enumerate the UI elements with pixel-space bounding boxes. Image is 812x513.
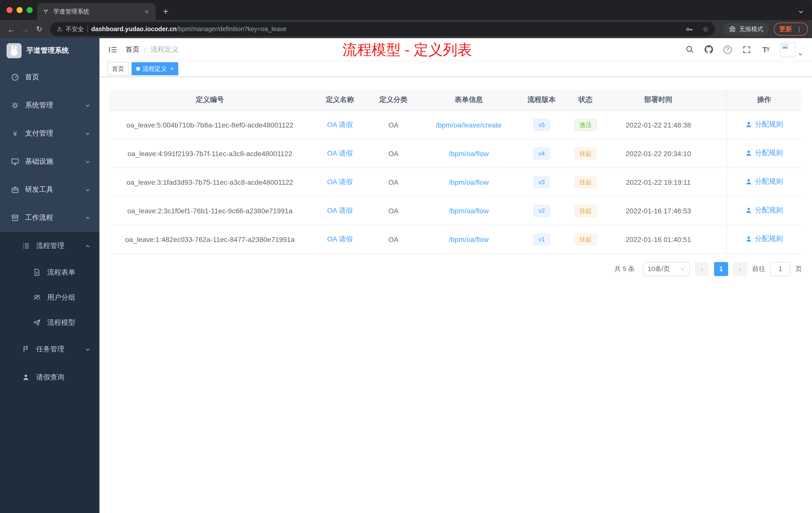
page-annotation-title: 流程模型 - 定义列表 xyxy=(343,41,472,59)
sidebar-item-workflow[interactable]: 工作流程 xyxy=(0,204,99,232)
document-icon xyxy=(33,269,41,277)
not-secure-warning-icon: ⚠ xyxy=(57,26,62,33)
search-icon[interactable] xyxy=(685,45,694,54)
sidebar-item-label: 任务管理 xyxy=(36,345,64,354)
tag-close-icon[interactable]: × xyxy=(170,65,174,72)
pagination-total: 共 5 条 xyxy=(614,264,635,273)
zoom-window-button[interactable] xyxy=(27,7,33,13)
bookmark-star-icon[interactable]: ☆ xyxy=(699,23,712,35)
breadcrumb-separator: / xyxy=(144,46,146,54)
person-icon xyxy=(746,150,753,157)
address-bar[interactable]: ⚠ 不安全 dashboard.yudao.iocoder.cn/bpm/man… xyxy=(50,22,715,36)
sidebar-item-label: 用户分组 xyxy=(47,293,75,302)
version-badge: v5 xyxy=(533,119,550,131)
assign-rule-link[interactable]: 分配规则 xyxy=(746,206,783,215)
minimize-window-button[interactable] xyxy=(17,7,23,13)
column-deploy-time: 部署时间 xyxy=(608,90,708,111)
close-window-button[interactable] xyxy=(6,7,12,13)
sidebar-item-label: 基础设施 xyxy=(25,157,53,166)
form-info-link[interactable]: /bpm/oa/flow xyxy=(449,178,489,186)
form-info-link[interactable]: /bpm/oa/flow xyxy=(449,149,489,157)
tab-search-chevron-icon[interactable] xyxy=(798,9,804,15)
page-content: 定义编号 定义名称 定义分类 表单信息 流程版本 状态 部署时间 操作 xyxy=(99,77,812,276)
column-definition-name: 定义名称 xyxy=(310,90,370,111)
person-icon xyxy=(746,235,753,242)
column-spacer xyxy=(708,90,726,111)
sidebar-item-process-form[interactable]: 流程表单 xyxy=(0,260,99,285)
assign-rule-link[interactable]: 分配规则 xyxy=(746,149,783,158)
header-actions: ? TT xyxy=(685,42,803,57)
sidebar-item-system[interactable]: 系统管理 xyxy=(0,91,99,119)
table-row: oa_leave:5:004b710b-7b8a-11ec-8ef0-acde4… xyxy=(110,111,802,139)
sidebar-item-dev-tools[interactable]: 研发工具 xyxy=(0,176,99,204)
definition-category: OA xyxy=(370,111,417,139)
toolbox-icon xyxy=(11,186,19,194)
assign-rule-link[interactable]: 分配规则 xyxy=(746,120,783,129)
goto-page-input[interactable] xyxy=(770,262,790,276)
chevron-down-icon xyxy=(85,346,90,352)
sidebar-item-label: 请假查询 xyxy=(36,373,64,382)
prev-page-button[interactable]: ‹ xyxy=(695,262,709,276)
definition-name-link[interactable]: OA 请假 xyxy=(327,177,353,185)
definition-name-link[interactable]: OA 请假 xyxy=(327,149,353,157)
definition-id: oa_leave:5:004b710b-7b8a-11ec-8ef0-acde4… xyxy=(110,111,310,139)
sidebar-collapse-icon[interactable] xyxy=(106,42,120,57)
tag-process-definition[interactable]: 流程定义 × xyxy=(132,62,178,75)
sidebar-item-infrastructure[interactable]: 基础设施 xyxy=(0,148,99,176)
definition-name-link[interactable]: OA 请假 xyxy=(327,206,353,214)
sidebar-item-payment[interactable]: ¥ 支付管理 xyxy=(0,119,99,148)
app-logo: 芋道管理系统 xyxy=(0,38,99,63)
sidebar-item-home[interactable]: 首页 xyxy=(0,63,99,91)
column-definition-category: 定义分类 xyxy=(370,90,417,111)
browser-update-button[interactable]: 更新 ⋮ xyxy=(774,23,808,36)
form-info-link[interactable]: /bpm/oa/leave/create xyxy=(436,121,502,129)
status-badge: 挂起 xyxy=(575,233,597,245)
form-info-link[interactable]: /bpm/oa/flow xyxy=(449,235,489,243)
breadcrumb-current: 流程定义 xyxy=(151,45,179,54)
sidebar-item-leave-query[interactable]: 请假查询 xyxy=(0,363,99,392)
breadcrumb-home[interactable]: 首页 xyxy=(125,45,140,54)
table-row: oa_leave:2:3c1f0ef1-76b1-11ec-9c66-a2380… xyxy=(110,196,802,225)
password-key-icon[interactable] xyxy=(683,23,696,35)
user-menu[interactable] xyxy=(780,42,803,57)
tab-close-icon[interactable]: × xyxy=(143,7,151,16)
fullscreen-icon[interactable] xyxy=(742,45,751,54)
reload-button[interactable]: ↻ xyxy=(32,22,46,36)
font-size-icon[interactable]: TT xyxy=(761,45,770,54)
tag-label: 首页 xyxy=(112,64,124,73)
back-button[interactable]: ← xyxy=(4,22,18,36)
browser-menu-icon[interactable]: ⋮ xyxy=(796,25,803,33)
sidebar-item-process-model[interactable]: 流程模型 xyxy=(0,310,99,335)
gear-icon xyxy=(11,101,19,110)
incognito-badge: 无痕模式 xyxy=(723,23,769,36)
sidebar-item-process-management[interactable]: 流程管理 xyxy=(0,232,99,260)
new-tab-button[interactable]: + xyxy=(159,4,173,19)
form-info-link[interactable]: /bpm/oa/flow xyxy=(449,207,489,215)
monitor-icon xyxy=(11,158,19,165)
browser-tab[interactable]: 芋道管理系统 × xyxy=(37,3,156,20)
tag-label: 流程定义 xyxy=(143,64,167,73)
assign-rule-link[interactable]: 分配规则 xyxy=(746,234,783,243)
sidebar-item-user-group[interactable]: 用户分组 xyxy=(0,285,99,310)
caret-down-icon xyxy=(798,52,803,57)
page-1-button[interactable]: 1 xyxy=(714,262,728,276)
page-size-select[interactable]: 10条/页 xyxy=(643,262,690,276)
status-badge: 挂起 xyxy=(575,205,597,217)
next-page-button[interactable]: › xyxy=(733,262,747,276)
update-label[interactable]: 更新 xyxy=(779,25,792,33)
sidebar-item-task-management[interactable]: 任务管理 xyxy=(0,335,99,363)
definition-category: OA xyxy=(370,139,417,168)
definition-name-link[interactable]: OA 请假 xyxy=(327,120,353,128)
tag-home[interactable]: 首页 xyxy=(108,62,128,75)
definition-name-link[interactable]: OA 请假 xyxy=(327,235,353,243)
url-text[interactable]: dashboard.yudao.iocoder.cn/bpm/manager/d… xyxy=(91,26,679,33)
forward-button[interactable]: → xyxy=(18,22,32,36)
traffic-lights xyxy=(6,7,33,13)
assign-rule-link[interactable]: 分配规则 xyxy=(746,177,783,186)
avatar[interactable] xyxy=(780,42,795,57)
security-label[interactable]: 不安全 xyxy=(66,25,84,33)
help-icon[interactable]: ? xyxy=(723,45,732,54)
github-icon[interactable] xyxy=(704,45,713,54)
spacer-cell xyxy=(708,111,726,139)
sidebar-item-label: 系统管理 xyxy=(25,101,53,110)
